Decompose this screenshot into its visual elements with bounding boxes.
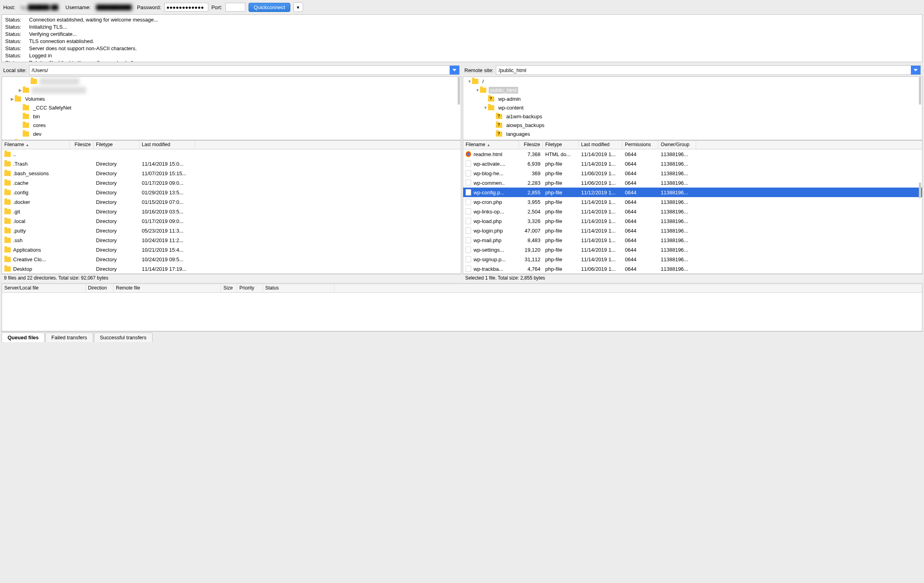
tab-queued-files[interactable]: Queued files <box>2 333 45 342</box>
column-status[interactable]: Status <box>263 284 335 292</box>
list-row[interactable]: wp-mail.php8,483php-file11/14/2019 1...0… <box>463 235 922 245</box>
folder-icon <box>4 219 11 224</box>
tree-item[interactable]: ▶Volumes <box>2 94 461 103</box>
modified: 11/06/2019 1... <box>579 265 623 273</box>
column-modified[interactable]: Last modified <box>139 141 195 149</box>
message-log[interactable]: Status:Connection established, waiting f… <box>2 14 922 62</box>
remote-file-list[interactable]: Filename▲ Filesize Filetype Last modifie… <box>463 140 922 274</box>
list-row[interactable]: .localDirectory01/17/2019 09:0... <box>2 216 461 226</box>
column-filesize[interactable]: Filesize <box>519 141 543 149</box>
column-modified[interactable]: Last modified <box>579 141 623 149</box>
local-path-combo[interactable] <box>29 65 460 75</box>
local-path-dropdown[interactable] <box>450 66 459 74</box>
list-row[interactable]: readme.html7,368HTML do...11/14/2019 1..… <box>463 149 922 159</box>
filename: Creative Clo... <box>13 256 46 262</box>
column-filetype[interactable]: Filetype <box>94 141 139 149</box>
list-row[interactable]: wp-login.php47,007php-file11/14/2019 1..… <box>463 226 922 235</box>
port-input[interactable] <box>225 3 245 12</box>
column-owner[interactable]: Owner/Group <box>658 141 696 149</box>
username-input[interactable] <box>94 3 134 12</box>
list-row[interactable]: .. <box>2 149 461 159</box>
list-row[interactable]: .sshDirectory10/24/2019 11:2... <box>2 235 461 245</box>
tab-failed-transfers[interactable]: Failed transfers <box>45 333 93 342</box>
list-row[interactable]: .puttyDirectory05/23/2019 11:3... <box>2 226 461 235</box>
remote-path-dropdown[interactable] <box>911 66 920 74</box>
local-file-list[interactable]: Filename▲ Filesize Filetype Last modifie… <box>2 140 461 274</box>
list-row[interactable]: wp-signup.p...31,112php-file11/14/2019 1… <box>463 254 922 264</box>
column-filename[interactable]: Filename▲ <box>463 141 519 149</box>
folder-icon <box>472 79 478 84</box>
list-row[interactable]: .dockerDirectory01/15/2019 07:0... <box>2 197 461 207</box>
disclosure-icon[interactable]: ▼ <box>475 88 480 92</box>
disclosure-icon[interactable]: ▼ <box>483 106 488 110</box>
column-direction[interactable]: Direction <box>86 284 114 292</box>
filesize: 19,120 <box>519 246 543 254</box>
password-input[interactable] <box>164 3 208 12</box>
disclosure-icon[interactable]: ▶ <box>10 97 15 101</box>
column-permissions[interactable]: Permissions <box>623 141 658 149</box>
tree-item[interactable]: wp-admin <box>463 94 922 103</box>
list-row[interactable]: .gitDirectory10/16/2019 03:5... <box>2 207 461 216</box>
tree-item[interactable]: ▼wp-content <box>463 103 922 112</box>
column-size[interactable]: Size <box>221 284 237 292</box>
tree-item[interactable]: languages <box>463 129 922 138</box>
local-tree[interactable]: ██████████▶██████████████▶Volumes_CCC Sa… <box>2 76 461 140</box>
local-list-header[interactable]: Filename▲ Filesize Filetype Last modifie… <box>2 141 461 149</box>
modified: 11/14/2019 1... <box>579 151 623 158</box>
remote-path-input[interactable] <box>496 66 911 74</box>
tree-item[interactable]: ▼/ <box>463 77 922 86</box>
list-row[interactable]: wp-blog-he...369php-file11/06/2019 1...0… <box>463 168 922 178</box>
list-row[interactable]: wp-trackba...4,764php-file11/06/2019 1..… <box>463 264 922 274</box>
disclosure-icon[interactable]: ▼ <box>467 79 472 84</box>
tree-item[interactable]: _CCC SafetyNet <box>2 103 461 112</box>
disclosure-icon[interactable]: ▶ <box>18 88 23 92</box>
list-row[interactable]: .TrashDirectory11/14/2019 15:0... <box>2 159 461 168</box>
local-path-input[interactable] <box>29 66 450 74</box>
tree-item[interactable]: ▼public_html <box>463 86 922 94</box>
transfer-queue[interactable]: Server/Local file Direction Remote file … <box>2 284 922 331</box>
list-row[interactable]: Creative Clo...Directory10/24/2019 09:5.… <box>2 254 461 264</box>
list-row[interactable]: .configDirectory01/29/2019 13:5... <box>2 188 461 197</box>
filetype: Directory <box>94 237 139 244</box>
tree-item[interactable]: ai1wm-backups <box>463 112 922 121</box>
quickconnect-button[interactable]: Quickconnect <box>249 3 290 12</box>
scrollbar-thumb[interactable] <box>919 77 921 105</box>
list-row[interactable]: ApplicationsDirectory10/21/2019 15:4... <box>2 245 461 254</box>
tree-item[interactable]: ██████████ <box>2 77 461 86</box>
column-server-file[interactable]: Server/Local file <box>2 284 86 292</box>
tree-item[interactable]: ▶██████████████ <box>2 86 461 94</box>
scrollbar-thumb[interactable] <box>919 182 921 198</box>
quickconnect-dropdown[interactable]: ▾ <box>294 2 303 12</box>
remote-path-combo[interactable] <box>496 65 921 75</box>
scrollbar-thumb[interactable] <box>458 77 460 105</box>
list-row[interactable]: wp-links-op...2,504php-file11/14/2019 1.… <box>463 207 922 216</box>
list-row[interactable]: .cacheDirectory01/17/2019 09:0... <box>2 178 461 188</box>
list-row[interactable]: wp-activate....6,939php-file11/14/2019 1… <box>463 159 922 168</box>
list-row[interactable]: DesktopDirectory11/14/2019 17:19... <box>2 264 461 274</box>
tree-item[interactable]: bin <box>2 112 461 121</box>
column-priority[interactable]: Priority <box>237 284 263 292</box>
tree-item[interactable]: dev <box>2 129 461 138</box>
filetype <box>94 153 139 155</box>
column-filesize[interactable]: Filesize <box>70 141 94 149</box>
filename: .docker <box>13 199 30 205</box>
list-row[interactable]: wp-settings...19,120php-file11/14/2019 1… <box>463 245 922 254</box>
list-row[interactable]: wp-config.p...2,855php-file11/12/2019 1.… <box>463 188 922 197</box>
list-row[interactable]: wp-commen..2,283php-file11/06/2019 1...0… <box>463 178 922 188</box>
modified: 01/29/2019 13:5... <box>139 189 195 196</box>
column-remote-file[interactable]: Remote file <box>114 284 221 292</box>
permissions: 0644 <box>623 246 658 254</box>
list-row[interactable]: wp-load.php3,326php-file11/14/2019 1...0… <box>463 216 922 226</box>
remote-tree[interactable]: ▼/▼public_htmlwp-admin▼wp-contentai1wm-b… <box>463 76 922 140</box>
tree-item[interactable]: aiowps_backups <box>463 121 922 129</box>
tab-successful-transfers[interactable]: Successful transfers <box>94 333 153 342</box>
host-input[interactable] <box>18 3 62 12</box>
column-filename[interactable]: Filename▲ <box>2 141 70 149</box>
column-filetype[interactable]: Filetype <box>543 141 579 149</box>
list-row[interactable]: wp-cron.php3,955php-file11/14/2019 1...0… <box>463 197 922 207</box>
filename: wp-blog-he... <box>474 170 503 176</box>
tree-item[interactable]: cores <box>2 121 461 129</box>
remote-list-header[interactable]: Filename▲ Filesize Filetype Last modifie… <box>463 141 922 149</box>
list-row[interactable]: .bash_sessionsDirectory11/07/2019 15:15.… <box>2 168 461 178</box>
queue-header[interactable]: Server/Local file Direction Remote file … <box>2 284 922 293</box>
